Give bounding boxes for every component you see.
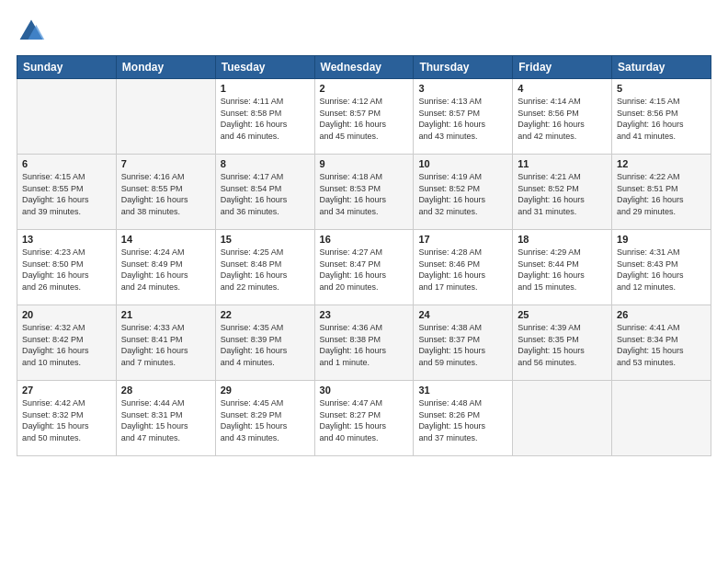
day-number: 27 <box>22 385 111 396</box>
calendar-cell <box>17 79 117 155</box>
weekday-header-sunday: Sunday <box>17 56 117 79</box>
day-detail: Sunrise: 4:27 AM Sunset: 8:47 PM Dayligh… <box>320 247 409 293</box>
day-detail: Sunrise: 4:15 AM Sunset: 8:55 PM Dayligh… <box>22 171 111 217</box>
calendar-cell: 9Sunrise: 4:18 AM Sunset: 8:53 PM Daylig… <box>314 155 414 230</box>
calendar-cell: 28Sunrise: 4:44 AM Sunset: 8:31 PM Dayli… <box>116 381 215 456</box>
calendar-cell: 3Sunrise: 4:13 AM Sunset: 8:57 PM Daylig… <box>414 79 513 155</box>
header <box>17 17 711 46</box>
weekday-header-tuesday: Tuesday <box>215 56 314 79</box>
day-number: 3 <box>418 83 507 94</box>
day-detail: Sunrise: 4:45 AM Sunset: 8:29 PM Dayligh… <box>221 397 310 443</box>
day-detail: Sunrise: 4:38 AM Sunset: 8:37 PM Dayligh… <box>418 322 507 368</box>
day-number: 28 <box>121 385 210 396</box>
calendar-cell: 12Sunrise: 4:22 AM Sunset: 8:51 PM Dayli… <box>612 155 711 230</box>
calendar-cell: 16Sunrise: 4:27 AM Sunset: 8:47 PM Dayli… <box>314 230 414 305</box>
day-detail: Sunrise: 4:33 AM Sunset: 8:41 PM Dayligh… <box>121 322 210 368</box>
weekday-header-friday: Friday <box>513 56 612 79</box>
day-detail: Sunrise: 4:14 AM Sunset: 8:56 PM Dayligh… <box>518 96 607 142</box>
day-number: 24 <box>418 309 507 320</box>
day-detail: Sunrise: 4:11 AM Sunset: 8:58 PM Dayligh… <box>221 96 310 142</box>
day-number: 16 <box>320 234 409 245</box>
day-number: 19 <box>617 234 706 245</box>
day-detail: Sunrise: 4:19 AM Sunset: 8:52 PM Dayligh… <box>418 171 507 217</box>
calendar-cell: 31Sunrise: 4:48 AM Sunset: 8:26 PM Dayli… <box>414 381 513 456</box>
day-number: 20 <box>22 309 111 320</box>
calendar-cell: 25Sunrise: 4:39 AM Sunset: 8:35 PM Dayli… <box>513 305 612 381</box>
day-number: 4 <box>518 83 607 94</box>
weekday-header-thursday: Thursday <box>414 56 513 79</box>
calendar-cell: 15Sunrise: 4:25 AM Sunset: 8:48 PM Dayli… <box>215 230 314 305</box>
page: SundayMondayTuesdayWednesdayThursdayFrid… <box>0 0 728 563</box>
day-number: 13 <box>22 234 111 245</box>
calendar-cell: 2Sunrise: 4:12 AM Sunset: 8:57 PM Daylig… <box>314 79 414 155</box>
day-number: 26 <box>617 309 706 320</box>
day-detail: Sunrise: 4:44 AM Sunset: 8:31 PM Dayligh… <box>121 397 210 443</box>
calendar-cell: 18Sunrise: 4:29 AM Sunset: 8:44 PM Dayli… <box>513 230 612 305</box>
calendar-cell: 10Sunrise: 4:19 AM Sunset: 8:52 PM Dayli… <box>414 155 513 230</box>
day-detail: Sunrise: 4:16 AM Sunset: 8:55 PM Dayligh… <box>121 171 210 217</box>
calendar-cell: 23Sunrise: 4:36 AM Sunset: 8:38 PM Dayli… <box>314 305 414 381</box>
day-number: 8 <box>221 158 310 169</box>
calendar-cell: 24Sunrise: 4:38 AM Sunset: 8:37 PM Dayli… <box>414 305 513 381</box>
day-detail: Sunrise: 4:13 AM Sunset: 8:57 PM Dayligh… <box>418 96 507 142</box>
day-number: 6 <box>22 158 111 169</box>
calendar-cell <box>116 79 215 155</box>
weekday-header-monday: Monday <box>116 56 215 79</box>
calendar-cell: 6Sunrise: 4:15 AM Sunset: 8:55 PM Daylig… <box>17 155 117 230</box>
day-detail: Sunrise: 4:42 AM Sunset: 8:32 PM Dayligh… <box>22 397 111 443</box>
calendar-cell: 29Sunrise: 4:45 AM Sunset: 8:29 PM Dayli… <box>215 381 314 456</box>
calendar-cell: 20Sunrise: 4:32 AM Sunset: 8:42 PM Dayli… <box>17 305 117 381</box>
day-number: 23 <box>320 309 409 320</box>
calendar-table: SundayMondayTuesdayWednesdayThursdayFrid… <box>17 55 711 456</box>
day-detail: Sunrise: 4:39 AM Sunset: 8:35 PM Dayligh… <box>518 322 607 368</box>
calendar-cell: 11Sunrise: 4:21 AM Sunset: 8:52 PM Dayli… <box>513 155 612 230</box>
day-number: 22 <box>221 309 310 320</box>
day-number: 17 <box>418 234 507 245</box>
day-detail: Sunrise: 4:48 AM Sunset: 8:26 PM Dayligh… <box>418 397 507 443</box>
day-number: 9 <box>320 158 409 169</box>
day-detail: Sunrise: 4:36 AM Sunset: 8:38 PM Dayligh… <box>320 322 409 368</box>
day-detail: Sunrise: 4:41 AM Sunset: 8:34 PM Dayligh… <box>617 322 706 368</box>
day-detail: Sunrise: 4:32 AM Sunset: 8:42 PM Dayligh… <box>22 322 111 368</box>
day-number: 14 <box>121 234 210 245</box>
day-detail: Sunrise: 4:28 AM Sunset: 8:46 PM Dayligh… <box>418 247 507 293</box>
day-number: 18 <box>518 234 607 245</box>
logo-icon <box>17 17 46 46</box>
calendar-cell: 30Sunrise: 4:47 AM Sunset: 8:27 PM Dayli… <box>314 381 414 456</box>
calendar-cell: 5Sunrise: 4:15 AM Sunset: 8:56 PM Daylig… <box>612 79 711 155</box>
day-detail: Sunrise: 4:21 AM Sunset: 8:52 PM Dayligh… <box>518 171 607 217</box>
day-number: 31 <box>418 385 507 396</box>
calendar-week-3: 13Sunrise: 4:23 AM Sunset: 8:50 PM Dayli… <box>17 230 711 305</box>
calendar-week-4: 20Sunrise: 4:32 AM Sunset: 8:42 PM Dayli… <box>17 305 711 381</box>
calendar-cell <box>513 381 612 456</box>
day-number: 25 <box>518 309 607 320</box>
day-number: 15 <box>221 234 310 245</box>
calendar-cell: 13Sunrise: 4:23 AM Sunset: 8:50 PM Dayli… <box>17 230 117 305</box>
day-number: 2 <box>320 83 409 94</box>
calendar-cell: 17Sunrise: 4:28 AM Sunset: 8:46 PM Dayli… <box>414 230 513 305</box>
day-detail: Sunrise: 4:47 AM Sunset: 8:27 PM Dayligh… <box>320 397 409 443</box>
calendar-week-5: 27Sunrise: 4:42 AM Sunset: 8:32 PM Dayli… <box>17 381 711 456</box>
day-detail: Sunrise: 4:15 AM Sunset: 8:56 PM Dayligh… <box>617 96 706 142</box>
day-detail: Sunrise: 4:24 AM Sunset: 8:49 PM Dayligh… <box>121 247 210 293</box>
day-detail: Sunrise: 4:31 AM Sunset: 8:43 PM Dayligh… <box>617 247 706 293</box>
calendar-cell: 21Sunrise: 4:33 AM Sunset: 8:41 PM Dayli… <box>116 305 215 381</box>
calendar-cell: 26Sunrise: 4:41 AM Sunset: 8:34 PM Dayli… <box>612 305 711 381</box>
calendar-cell: 4Sunrise: 4:14 AM Sunset: 8:56 PM Daylig… <box>513 79 612 155</box>
day-detail: Sunrise: 4:35 AM Sunset: 8:39 PM Dayligh… <box>221 322 310 368</box>
weekday-header-saturday: Saturday <box>612 56 711 79</box>
calendar-header-row: SundayMondayTuesdayWednesdayThursdayFrid… <box>17 56 711 79</box>
day-detail: Sunrise: 4:22 AM Sunset: 8:51 PM Dayligh… <box>617 171 706 217</box>
day-number: 10 <box>418 158 507 169</box>
day-number: 5 <box>617 83 706 94</box>
day-number: 12 <box>617 158 706 169</box>
calendar-cell: 19Sunrise: 4:31 AM Sunset: 8:43 PM Dayli… <box>612 230 711 305</box>
day-detail: Sunrise: 4:29 AM Sunset: 8:44 PM Dayligh… <box>518 247 607 293</box>
calendar-cell: 1Sunrise: 4:11 AM Sunset: 8:58 PM Daylig… <box>215 79 314 155</box>
calendar-week-2: 6Sunrise: 4:15 AM Sunset: 8:55 PM Daylig… <box>17 155 711 230</box>
calendar-cell <box>612 381 711 456</box>
logo <box>17 17 50 46</box>
day-detail: Sunrise: 4:25 AM Sunset: 8:48 PM Dayligh… <box>221 247 310 293</box>
day-number: 21 <box>121 309 210 320</box>
day-detail: Sunrise: 4:17 AM Sunset: 8:54 PM Dayligh… <box>221 171 310 217</box>
